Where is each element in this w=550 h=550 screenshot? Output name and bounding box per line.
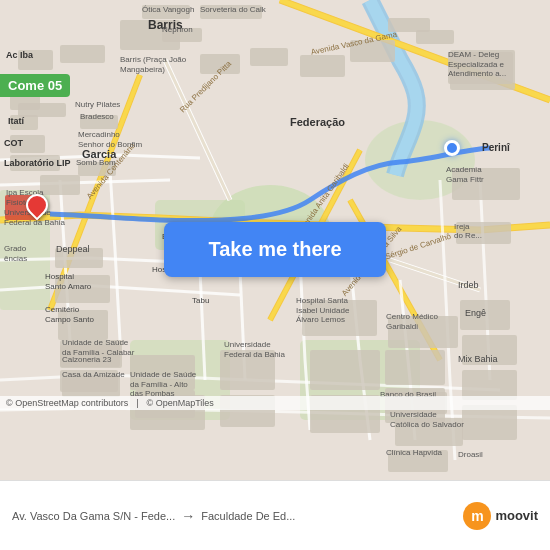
svg-rect-21 xyxy=(130,355,195,390)
label-lab-lip: Laboratório LIP xyxy=(4,158,71,168)
copyright-openmaptiles: © OpenMapTiles xyxy=(147,398,214,408)
take-me-there-button[interactable]: Take me there xyxy=(164,222,386,277)
route-from: Av. Vasco Da Gama S/N - Fede... xyxy=(12,510,175,522)
label-somb-bom: Somb Bom xyxy=(76,158,116,167)
svg-rect-42 xyxy=(18,103,66,117)
svg-rect-52 xyxy=(60,340,122,368)
svg-rect-8 xyxy=(60,45,105,63)
label-hospital-santa-isabel: Hospital SantaIsabel UnidadeÁlvaro Lemos xyxy=(296,296,349,325)
bottom-bar: Av. Vasco Da Gama S/N - Fede... → Faculd… xyxy=(0,480,550,550)
svg-rect-12 xyxy=(10,135,45,153)
route-info: Av. Vasco Da Gama S/N - Fede... → Faculd… xyxy=(12,508,463,524)
svg-rect-20 xyxy=(60,370,118,392)
label-cot: COT xyxy=(4,138,23,148)
svg-rect-34 xyxy=(250,48,288,66)
label-itati: Itatí xyxy=(8,116,24,126)
label-nephron: Nephron xyxy=(162,25,193,34)
label-barris: Barris xyxy=(148,18,183,32)
label-rua-predijano: Rua Predijano Pitta xyxy=(178,59,233,114)
label-academia-gama: AcademiaGama Fittr xyxy=(446,165,484,184)
svg-rect-45 xyxy=(200,5,262,19)
svg-rect-37 xyxy=(350,40,395,62)
label-univ-catolica: UniversidadeCatólica do Salvador xyxy=(390,410,464,429)
svg-rect-53 xyxy=(62,375,120,397)
copyright-separator: | xyxy=(136,398,138,408)
label-unidade-saude-pombas: Unidade de Saúdeda Família - Altodas Pom… xyxy=(130,370,196,399)
label-ireja: Irejado Re... xyxy=(454,222,482,240)
svg-rect-32 xyxy=(462,405,517,440)
label-cemiterio: CemitérioCampo Santo xyxy=(45,305,94,324)
svg-rect-13 xyxy=(10,155,60,171)
label-tabu: Tabu xyxy=(192,296,209,305)
svg-rect-16 xyxy=(55,248,103,268)
destination-marker xyxy=(26,194,50,222)
label-grad-ciencias: Gradoências xyxy=(4,244,27,263)
label-bradesco: Bradesco xyxy=(80,112,114,121)
label-nutry-pilates: Nutry Pilates xyxy=(75,100,120,109)
svg-point-6 xyxy=(365,120,475,200)
svg-rect-14 xyxy=(40,175,80,195)
svg-rect-50 xyxy=(302,300,377,336)
label-barris-praca: Barris (Praça JoãoMangabeira) xyxy=(120,55,186,74)
svg-rect-55 xyxy=(395,418,463,446)
label-enge: Engê xyxy=(465,308,486,318)
label-av-vasco-gama: Avenida Vasco da Gama xyxy=(310,30,398,57)
svg-rect-44 xyxy=(142,5,190,19)
svg-rect-23 xyxy=(220,350,275,390)
svg-rect-27 xyxy=(385,350,445,385)
svg-rect-46 xyxy=(448,52,513,84)
svg-rect-7 xyxy=(18,50,53,70)
svg-rect-48 xyxy=(456,222,511,244)
label-unidade-saude-calabar: Unidade de Saúdeda Família - Calabar xyxy=(62,338,134,357)
svg-rect-35 xyxy=(300,55,345,77)
label-deam: DEAM - DelegEspecializada eAtendimento a… xyxy=(448,50,506,79)
label-clinica-hapvida: Clínica Hapvida xyxy=(386,448,442,457)
svg-rect-38 xyxy=(416,30,454,44)
moovit-icon: m xyxy=(463,502,491,530)
svg-rect-29 xyxy=(460,300,510,330)
label-casa-amizade: Casa da Amizade xyxy=(62,370,125,379)
route-to: Faculdade De Ed... xyxy=(201,510,295,522)
moovit-logo: m moovit xyxy=(463,502,538,530)
user-location-marker xyxy=(444,140,460,156)
svg-rect-41 xyxy=(80,115,118,129)
svg-rect-10 xyxy=(10,95,40,110)
svg-rect-25 xyxy=(310,350,380,390)
label-hospital-santo-amaro: HospitalSanto Amaro xyxy=(45,272,91,291)
label-centro-medico-garibaldi: Centro MédicoGaribaldi xyxy=(386,312,438,331)
svg-rect-33 xyxy=(200,54,240,74)
label-mercadinho: MercadinhoSenhor do Bonfim xyxy=(78,130,142,149)
label-calzoneria: Calzoneria 23 xyxy=(62,355,111,364)
svg-rect-56 xyxy=(388,450,448,472)
label-irdeb: Irdeb xyxy=(458,280,479,290)
copyright-osm: © OpenStreetMap contributors xyxy=(6,398,128,408)
label-deppeal: Deppeal xyxy=(56,244,90,254)
svg-rect-39 xyxy=(388,18,430,32)
svg-rect-43 xyxy=(78,162,116,176)
svg-rect-36 xyxy=(450,50,515,90)
label-otica-vangogh: Ótica Vangogh xyxy=(142,5,194,14)
route-arrow: → xyxy=(181,508,195,524)
label-mix-bahia: Mix Bahia xyxy=(458,354,498,364)
svg-rect-9 xyxy=(120,20,180,50)
svg-rect-30 xyxy=(462,335,517,365)
label-perini: Perinî xyxy=(482,142,510,153)
copyright-bar: © OpenStreetMap contributors | © OpenMap… xyxy=(0,396,550,410)
moovit-text: moovit xyxy=(495,508,538,523)
label-droasil: Droasil xyxy=(458,450,483,459)
svg-rect-17 xyxy=(55,275,110,303)
label-ufba: UniversidadeFederal da Bahia xyxy=(224,340,285,359)
label-garcia: Garcia xyxy=(82,148,116,160)
label-ac-iba: Ac Iba xyxy=(6,50,33,60)
label-av-centenario: Avenida Centenário xyxy=(85,141,137,201)
svg-rect-49 xyxy=(388,316,458,348)
svg-rect-11 xyxy=(10,115,38,130)
svg-rect-47 xyxy=(452,168,520,200)
label-federacao: Federação xyxy=(290,116,345,128)
svg-rect-19 xyxy=(60,345,120,367)
label-sorveteria-calk: Sorveteria do Calk xyxy=(200,5,266,14)
map-container: Barris Garcia Federação Perinî Ac Iba D'… xyxy=(0,0,550,480)
svg-rect-18 xyxy=(58,310,108,340)
svg-rect-40 xyxy=(162,28,202,42)
line-badge: Come 05 xyxy=(0,74,70,97)
